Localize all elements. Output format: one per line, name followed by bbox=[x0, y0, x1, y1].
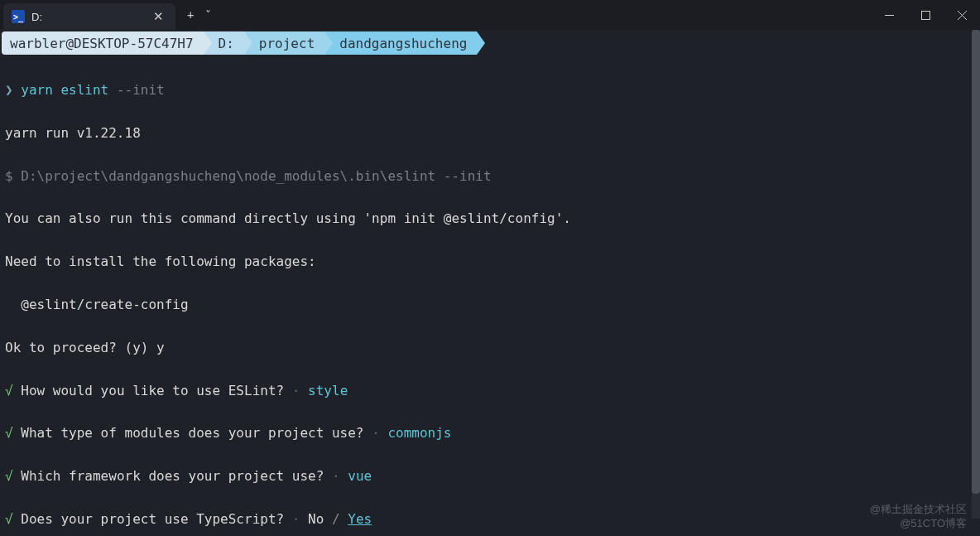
output-line: Ok to proceed? (y) y bbox=[5, 337, 975, 359]
titlebar: >_ D: ✕ + ˅ bbox=[0, 0, 980, 30]
minimize-button[interactable] bbox=[871, 0, 907, 30]
command-line: ❯ yarn eslint --init bbox=[5, 80, 975, 101]
breadcrumb: warbler@DESKTOP-57C47H7 D: project dandg… bbox=[0, 30, 980, 55]
close-tab-icon[interactable]: ✕ bbox=[150, 9, 167, 24]
tab-actions: + ˅ bbox=[175, 0, 211, 30]
maximize-button[interactable] bbox=[907, 0, 944, 30]
crumb-folder: dandgangshucheng bbox=[324, 31, 477, 55]
command-text: yarn eslint bbox=[21, 82, 117, 98]
prompt-symbol: ❯ bbox=[5, 82, 13, 98]
close-window-button[interactable] bbox=[944, 0, 980, 30]
qa-line: √ Does your project use TypeScript? · No… bbox=[5, 509, 975, 530]
crumb-project: project bbox=[244, 31, 324, 55]
powershell-icon: >_ bbox=[12, 10, 25, 23]
output-line: @eslint/create-config bbox=[5, 294, 975, 316]
command-flag: --init bbox=[117, 82, 165, 98]
qa-line: √ What type of modules does your project… bbox=[5, 423, 975, 444]
new-tab-button[interactable]: + bbox=[187, 8, 194, 22]
watermark-line: @51CTO博客 bbox=[870, 517, 967, 531]
watermark-line: @稀土掘金技术社区 bbox=[870, 503, 967, 517]
tab-title: D: bbox=[31, 11, 143, 23]
scrollbar[interactable] bbox=[972, 30, 980, 519]
output-line: Need to install the following packages: bbox=[5, 251, 975, 273]
scrollbar-thumb[interactable] bbox=[972, 30, 980, 494]
output-line: You can also run this command directly u… bbox=[5, 208, 975, 229]
qa-line: √ How would you like to use ESLint? · st… bbox=[5, 380, 975, 402]
terminal-output[interactable]: ❯ yarn eslint --init yarn run v1.22.18 $… bbox=[0, 55, 980, 536]
svg-rect-1 bbox=[921, 11, 930, 19]
terminal-tab[interactable]: >_ D: ✕ bbox=[3, 3, 175, 30]
qa-line: √ Which framework does your project use?… bbox=[5, 466, 975, 487]
watermark: @稀土掘金技术社区 @51CTO博客 bbox=[870, 503, 967, 531]
tab-dropdown-icon[interactable]: ˅ bbox=[205, 8, 211, 22]
output-line: $ D:\project\dandgangshucheng\node_modul… bbox=[5, 166, 975, 187]
crumb-user: warbler@DESKTOP-57C47H7 bbox=[2, 31, 204, 55]
window-controls bbox=[871, 0, 980, 30]
output-line: yarn run v1.22.18 bbox=[5, 123, 975, 144]
